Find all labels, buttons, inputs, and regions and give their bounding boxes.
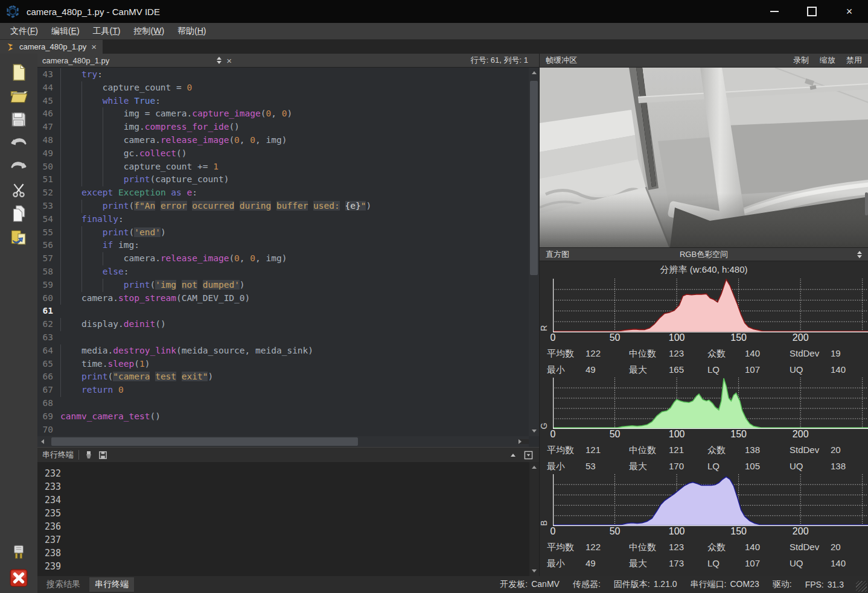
open-file-button[interactable] [8,86,29,106]
editor-vertical-scrollbar[interactable] [529,68,539,436]
stat-value: 140 [831,361,867,378]
menu-item-h[interactable]: 帮助(H) [171,24,212,39]
maximize-button[interactable] [793,0,831,23]
document-selector[interactable]: camera_480p_1.py × [42,56,232,65]
fb-action-0[interactable]: 录制 [793,55,809,66]
menu-item-e[interactable]: 编辑(E) [45,24,86,39]
code-line-55[interactable]: 55 print('end') [37,226,529,239]
undo-button[interactable] [8,133,29,153]
menu-item-t[interactable]: 工具(T) [86,24,127,39]
menu-item-w[interactable]: 控制(W) [127,24,171,39]
code-line-67[interactable]: 67 return 0 [37,384,529,397]
stat-value: 20 [831,539,867,555]
document-selector-spinner-icon[interactable] [217,57,222,64]
colorspace-spinner-icon[interactable] [857,251,862,258]
document-close-icon[interactable]: × [226,56,232,65]
tab-camera-480p-1-py[interactable]: camera_480p_1.py × [0,40,103,54]
editor-horizontal-scrollbar[interactable] [37,436,529,447]
stat-value: 140 [745,539,790,555]
scroll-down-icon[interactable] [529,426,539,436]
code-line-64[interactable]: 64 media.destroy_link(meida_source, meid… [37,344,529,358]
code-line-52[interactable]: 52 except Exception as e: [37,186,529,200]
stat-label: 最大 [629,555,669,571]
code-line-56[interactable]: 56 if img: [37,239,529,252]
new-file-button[interactable] [8,62,29,83]
copy-button[interactable] [8,203,29,224]
code-line-66[interactable]: 66 print("camera test exit") [37,370,529,384]
code-editor[interactable]: 43 try:44 capture_count = 045 while True… [37,68,539,447]
dock-panel-icon[interactable] [524,451,533,460]
code-line-46[interactable]: 46 img = camera.capture_image(0, 0) [37,107,529,121]
colorspace-select[interactable]: RGB色彩空间 [540,249,868,260]
scroll-left-icon[interactable] [37,436,48,446]
editor-vscroll-thumb[interactable] [530,81,538,275]
terminal-scroll-up-icon[interactable] [529,462,539,472]
code-line-65[interactable]: 65 time.sleep(1) [37,358,529,371]
code-line-62[interactable]: 62 display.deinit() [37,318,529,331]
code-line-60[interactable]: 60 camera.stop_stream(CAM_DEV_ID_0) [37,292,529,305]
connect-button[interactable] [8,542,29,563]
code-line-50[interactable]: 50 capture_count += 1 [37,160,529,174]
menu-item-f[interactable]: 文件(F) [4,24,45,39]
scroll-up-icon[interactable] [529,68,539,78]
save-file-button[interactable] [8,109,29,130]
code-line-70[interactable]: 70 [37,423,529,436]
resize-grip-icon[interactable] [856,581,867,592]
bottom-tab-0[interactable]: 搜索结果 [41,577,86,592]
clear-terminal-icon[interactable] [84,450,94,460]
line-number: 66 [37,370,53,384]
scroll-right-icon[interactable] [519,436,529,446]
terminal-line: 237 [45,533,61,547]
redo-button[interactable] [8,156,29,177]
code-text: return 0 [60,384,124,397]
stat-label: StdDev [790,442,831,458]
code-line-53[interactable]: 53 print(f"An error occurred during buff… [37,200,529,213]
editor-hscroll-thumb[interactable] [51,437,358,446]
fb-action-1[interactable]: 缩放 [820,55,835,66]
open-file-icon [10,88,28,104]
stop-button[interactable] [8,568,29,588]
code-line-68[interactable]: 68 [37,397,529,410]
code-line-58[interactable]: 58 else: [37,265,529,279]
code-line-51[interactable]: 51 print(capture_count) [37,173,529,186]
frame-buffer-title: 帧缓冲区 [546,55,577,66]
minimize-button[interactable] [756,0,793,23]
code-text: capture_count = 0 [60,81,192,95]
paste-button[interactable] [8,227,29,247]
save-log-icon[interactable] [98,451,107,460]
document-tab-strip: camera_480p_1.py × [0,40,868,54]
code-line-63[interactable]: 63 [37,331,529,344]
close-button[interactable]: × [831,0,868,23]
copy-icon [11,205,27,222]
stats-row-G: 最小53最大170LQ105UQ138 [540,458,868,474]
histogram-panel-scrollbar[interactable] [865,192,868,215]
stat-label: StdDev [790,345,831,361]
stats-row-R: 平均数122中位数123众数140StdDev19 [540,345,868,361]
code-line-48[interactable]: 48 camera.release_image(0, 0, img) [37,134,529,147]
cut-button[interactable] [8,180,29,200]
bottom-tab-1[interactable]: 串行终端 [89,577,134,592]
code-line-47[interactable]: 47 img.compress_for_ide() [37,121,529,134]
code-line-57[interactable]: 57 camera.release_image(0, 0, img) [37,252,529,265]
terminal-line: 238 [45,547,61,560]
code-line-44[interactable]: 44 capture_count = 0 [37,81,529,95]
terminal-scroll-down-icon[interactable] [529,566,539,576]
serial-terminal-header: 串行终端 [37,447,539,462]
collapse-panel-icon[interactable] [511,454,515,457]
stat-label: 众数 [707,345,745,361]
serial-terminal-output[interactable]: 232233234235236237238239 [37,462,539,576]
code-line-69[interactable]: 69canmv_camera_test() [37,410,529,423]
stat-label: 最大 [629,458,669,474]
terminal-scrollbar[interactable] [529,462,539,576]
code-line-43[interactable]: 43 try: [37,68,529,81]
code-line-49[interactable]: 49 gc.collect() [37,147,529,160]
line-number: 60 [37,292,53,305]
code-line-54[interactable]: 54 finally: [37,213,529,226]
tab-close-icon[interactable]: × [91,42,97,51]
code-line-59[interactable]: 59 print('img not dumped') [37,279,529,292]
code-text: canmv_camera_test() [60,410,161,423]
status-bar: 搜索结果串行终端 开发板:CanMV传感器:固件版本:1.21.0串行端口:CO… [37,576,868,593]
code-line-45[interactable]: 45 while True: [37,95,529,108]
code-line-61[interactable]: 61 [37,305,529,318]
fb-action-2[interactable]: 禁用 [846,55,862,66]
